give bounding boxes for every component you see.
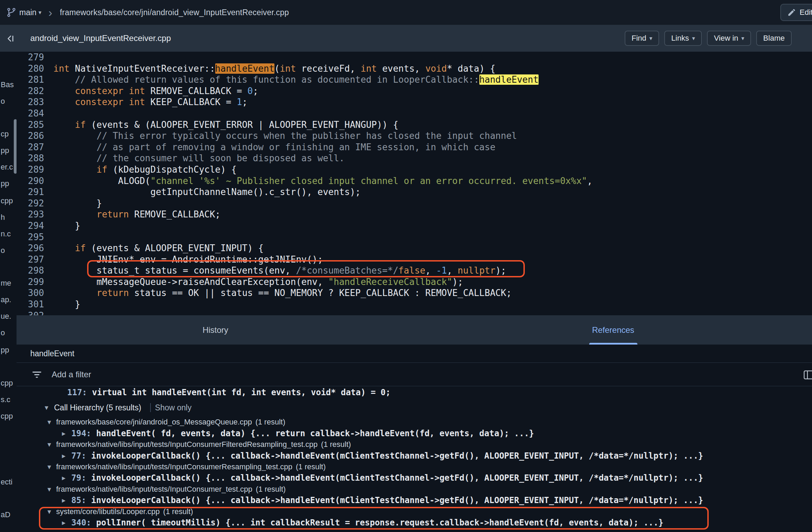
links-button[interactable]: Links▾ bbox=[664, 31, 702, 46]
line-number[interactable]: 296 bbox=[17, 243, 44, 254]
line-number[interactable]: 301 bbox=[17, 299, 44, 310]
line-number[interactable]: 279 bbox=[17, 52, 44, 63]
line-number[interactable]: 284 bbox=[17, 108, 44, 119]
git-branch-icon bbox=[6, 7, 17, 18]
code-token: , bbox=[425, 265, 436, 276]
code-text: ALOGD("channel '%s' ~ Publisher closed i… bbox=[44, 176, 592, 186]
file-tree-item-fragment[interactable]: cpp bbox=[1, 196, 13, 205]
line-number[interactable]: 292 bbox=[17, 198, 44, 209]
reference-result-code: 79: invokeLooperCallback() {... callback… bbox=[71, 472, 703, 483]
file-tree-item-fragment[interactable]: cp bbox=[1, 130, 9, 139]
file-tree-item-fragment[interactable]: ecti bbox=[1, 478, 12, 487]
file-tree-item-fragment[interactable]: cpp bbox=[1, 412, 13, 421]
branch-selector[interactable]: main ▾ bbox=[19, 8, 41, 17]
file-tree-item-fragment[interactable]: pp bbox=[1, 346, 9, 355]
code-token: if bbox=[53, 243, 86, 253]
file-tree-item-fragment[interactable]: o bbox=[1, 246, 5, 255]
line-number[interactable]: 285 bbox=[17, 119, 44, 131]
code-text: return REMOVE_CALLBACK; bbox=[44, 209, 220, 219]
file-tree-item-fragment[interactable]: h bbox=[1, 213, 5, 222]
file-tree-item-fragment[interactable]: er.c bbox=[1, 163, 13, 172]
line-number[interactable]: 291 bbox=[17, 186, 44, 198]
line-number[interactable]: 283 bbox=[17, 96, 44, 108]
breadcrumb-path[interactable]: frameworks/base/core/jni/android_view_In… bbox=[60, 8, 289, 17]
code-line: 282 constexpr int REMOVE_CALLBACK = 0; bbox=[17, 85, 812, 97]
filter-icon bbox=[31, 369, 43, 380]
line-number[interactable]: 302 bbox=[17, 310, 44, 315]
code-viewer: 279280int NativeInputEventReceiver::hand… bbox=[17, 52, 812, 315]
file-tree-item-fragment[interactable]: ap. bbox=[1, 295, 11, 304]
file-tree-item-fragment[interactable]: ue. bbox=[1, 312, 11, 321]
collapse-caret-icon[interactable]: ▾ bbox=[46, 506, 53, 517]
line-number[interactable]: 288 bbox=[17, 153, 44, 164]
edit-button[interactable]: Edit bbox=[780, 4, 812, 21]
code-token: 117: bbox=[67, 388, 87, 397]
file-tree-item-fragment[interactable]: s.c bbox=[1, 395, 10, 404]
line-number[interactable]: 294 bbox=[17, 220, 44, 232]
file-tree-item-fragment[interactable]: pp bbox=[1, 179, 9, 188]
file-tree-item-fragment[interactable]: cpp bbox=[1, 379, 13, 388]
reference-result-row[interactable]: ▸194: handleEvent( fd, events, data) {..… bbox=[17, 428, 812, 439]
tree-scrollbar[interactable] bbox=[14, 119, 17, 174]
line-number[interactable]: 300 bbox=[17, 287, 44, 299]
line-number[interactable]: 280 bbox=[17, 63, 44, 74]
line-number[interactable]: 299 bbox=[17, 276, 44, 288]
blame-button[interactable]: Blame bbox=[756, 31, 791, 46]
declaration-result[interactable]: 117: virtual int handleEvent(int fd, int… bbox=[17, 387, 812, 398]
reference-file-row[interactable]: ▾frameworks/native/libs/input/tests/Inpu… bbox=[17, 439, 812, 450]
file-tree-item-fragment[interactable]: Bas bbox=[1, 80, 14, 89]
line-number[interactable]: 287 bbox=[17, 142, 44, 153]
reference-result-row[interactable]: ▸85: invokeLooperCallback() {... callbac… bbox=[17, 495, 812, 506]
expand-caret-icon[interactable]: ▸ bbox=[60, 450, 67, 461]
code-line: 287 // as part of removing a window or f… bbox=[17, 142, 812, 153]
collapse-caret-icon[interactable]: ▾ bbox=[43, 403, 50, 412]
expand-caret-icon[interactable]: ▸ bbox=[60, 517, 67, 528]
filter-input[interactable] bbox=[52, 370, 258, 379]
expand-caret-icon[interactable]: ▸ bbox=[60, 472, 67, 483]
expand-caret-icon[interactable]: ▸ bbox=[60, 428, 67, 439]
line-number[interactable]: 293 bbox=[17, 209, 44, 220]
reference-result-row[interactable]: ▸77: invokeLooperCallback() {... callbac… bbox=[17, 450, 812, 461]
reference-result-row[interactable]: ▸79: invokeLooperCallback() {... callbac… bbox=[17, 472, 812, 483]
reference-file-row[interactable]: ▾system/core/libutils/Looper.cpp(1 resul… bbox=[17, 506, 812, 517]
file-tree-item-fragment[interactable]: me bbox=[1, 279, 11, 288]
code-token: if bbox=[53, 120, 86, 130]
tab-references[interactable]: References bbox=[414, 315, 812, 345]
tab-history[interactable]: History bbox=[17, 315, 414, 345]
file-tree-item-fragment[interactable]: n.c bbox=[1, 229, 11, 238]
file-tree-item-fragment[interactable]: o bbox=[1, 97, 5, 106]
line-number[interactable]: 281 bbox=[17, 74, 44, 85]
line-number[interactable]: 282 bbox=[17, 85, 44, 97]
code-token: -1 bbox=[436, 265, 447, 276]
line-number[interactable]: 286 bbox=[17, 130, 44, 142]
reference-file-row[interactable]: ▾frameworks/native/libs/input/tests/Inpu… bbox=[17, 461, 812, 472]
line-number[interactable]: 298 bbox=[17, 265, 44, 276]
line-number[interactable]: 290 bbox=[17, 175, 44, 187]
collapse-panel-button[interactable] bbox=[4, 32, 17, 45]
file-tree-item-fragment[interactable]: o bbox=[1, 328, 5, 337]
show-only-link[interactable]: Show only bbox=[155, 403, 191, 412]
code-token: * data) { bbox=[447, 63, 496, 74]
collapse-caret-icon[interactable]: ▾ bbox=[46, 461, 53, 472]
view-in-button[interactable]: View in▾ bbox=[707, 31, 751, 46]
file-tree-item-fragment[interactable]: pp bbox=[1, 146, 9, 155]
reference-file-row[interactable]: ▾frameworks/base/core/jni/android_os_Mes… bbox=[17, 417, 812, 428]
code-token: ); bbox=[452, 277, 463, 287]
code-token: 85: bbox=[71, 495, 86, 505]
collapse-caret-icon[interactable]: ▾ bbox=[46, 439, 53, 450]
side-panel-icon[interactable] bbox=[803, 369, 812, 381]
line-number[interactable]: 295 bbox=[17, 232, 44, 243]
call-hierarchy-label: Call Hierarchy (5 results) bbox=[54, 403, 141, 412]
code-token: ( bbox=[274, 63, 280, 74]
collapse-caret-icon[interactable]: ▾ bbox=[46, 417, 53, 428]
line-number[interactable]: 289 bbox=[17, 164, 44, 175]
reference-symbol: handleEvent bbox=[30, 349, 74, 358]
expand-caret-icon[interactable]: ▸ bbox=[60, 495, 67, 506]
find-button[interactable]: Find▾ bbox=[625, 31, 659, 46]
file-tree-item-fragment[interactable]: aD bbox=[1, 510, 10, 519]
chevron-right-icon: › bbox=[48, 7, 52, 18]
collapse-caret-icon[interactable]: ▾ bbox=[46, 484, 53, 495]
reference-result-row[interactable]: ▸340: pollInner( timeoutMillis) {... int… bbox=[17, 517, 812, 528]
line-number[interactable]: 297 bbox=[17, 254, 44, 265]
reference-file-row[interactable]: ▾frameworks/native/libs/input/tests/Inpu… bbox=[17, 484, 812, 495]
